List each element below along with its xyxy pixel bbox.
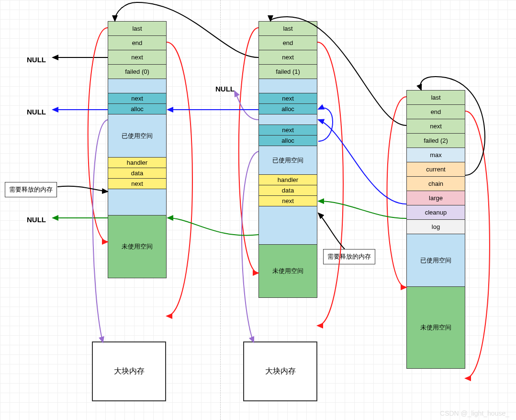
memory-block-2: last end next failed (1) next alloc next… — [258, 21, 317, 298]
memory-block-1: last end next failed (0) next alloc 已使用空… — [108, 21, 167, 278]
b1-last: last — [108, 22, 166, 36]
b2-spacer2 — [259, 114, 317, 125]
b2-data: data — [259, 185, 317, 196]
b1-h-next: next — [108, 179, 166, 189]
b1-next: next — [108, 50, 166, 65]
b2-next: next — [259, 50, 317, 65]
watermark: CSDN @_light_house_ — [440, 409, 509, 417]
b2-l2-next: next — [259, 125, 317, 136]
big-block-left: 大块内存 — [92, 341, 166, 401]
b3-used: 已使用空间 — [407, 234, 465, 287]
b3-last: last — [407, 91, 465, 105]
null-label-1: NULL — [27, 56, 46, 64]
b2-l2-alloc: alloc — [259, 136, 317, 146]
b3-cleanup: cleanup — [407, 205, 465, 220]
b2-spacer3 — [259, 206, 317, 245]
b3-unused: 未使用空间 — [407, 287, 465, 368]
b1-used: 已使用空间 — [108, 114, 166, 158]
b2-used: 已使用空间 — [259, 146, 317, 175]
b1-unused: 未使用空间 — [108, 216, 166, 278]
b2-handler: handler — [259, 175, 317, 185]
note-release-2: 需要释放的内存 — [323, 249, 375, 264]
null-label-4: NULL — [215, 85, 235, 93]
b3-large: large — [407, 191, 465, 205]
separator-1 — [220, 0, 221, 420]
b2-unused: 未使用空间 — [259, 245, 317, 297]
b2-failed: failed (1) — [259, 65, 317, 79]
b3-log: log — [407, 220, 465, 234]
memory-block-3: last end next failed (2) max current cha… — [406, 90, 465, 369]
b3-failed: failed (2) — [407, 134, 465, 148]
big-block-mid: 大块内存 — [243, 341, 317, 401]
b1-data: data — [108, 168, 166, 179]
null-label-3: NULL — [27, 216, 46, 224]
b2-last: last — [259, 22, 317, 36]
b1-list-alloc: alloc — [108, 104, 166, 114]
b2-l1-alloc: alloc — [259, 104, 317, 114]
b2-end: end — [259, 36, 317, 50]
b3-current: current — [407, 162, 465, 177]
b3-chain: chain — [407, 177, 465, 191]
b3-end: end — [407, 105, 465, 119]
b2-spacer1 — [259, 79, 317, 93]
null-label-2: NULL — [27, 108, 46, 116]
b3-next: next — [407, 119, 465, 134]
b3-max: max — [407, 148, 465, 162]
b1-end: end — [108, 36, 166, 50]
b1-failed: failed (0) — [108, 65, 166, 79]
b1-list-next: next — [108, 93, 166, 104]
b1-spacer1 — [108, 79, 166, 93]
b1-handler: handler — [108, 158, 166, 168]
note-release-1: 需要释放的内存 — [5, 182, 57, 197]
b2-h-next: next — [259, 196, 317, 206]
b2-l1-next: next — [259, 93, 317, 104]
b1-spacer2 — [108, 189, 166, 216]
